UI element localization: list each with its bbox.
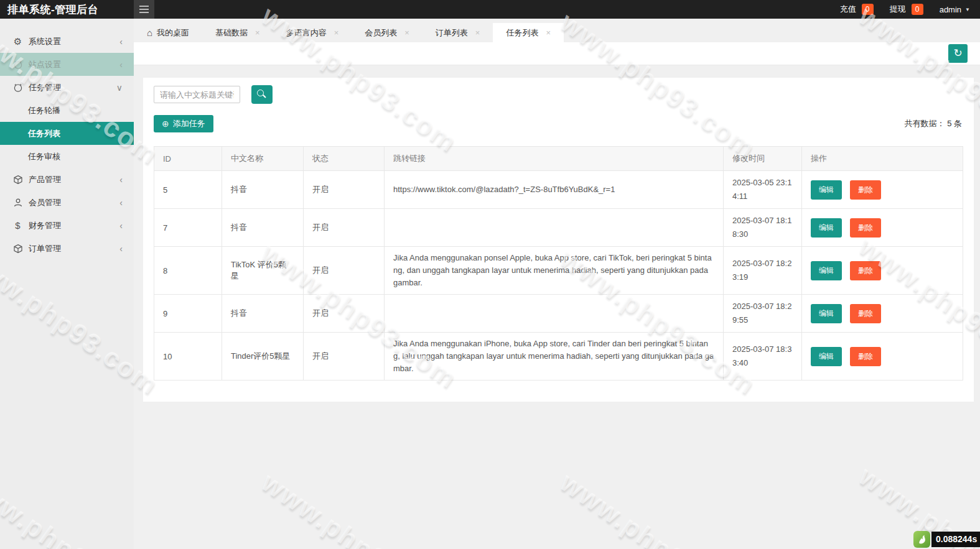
task-time-cell: 2025-03-07 18:23:19 xyxy=(724,247,802,295)
tab-multilanguage-content[interactable]: 多语言内容 × xyxy=(273,23,352,42)
delete-button[interactable]: 删除 xyxy=(850,218,881,238)
task-id-cell: 5 xyxy=(154,171,222,209)
task-status-cell: 开启 xyxy=(304,295,385,333)
column-header-id: ID xyxy=(154,147,222,171)
content-panel: ⊕ 添加任务 共有数据： 5 条 ID 中文名称 状态 跳转链接 修改时间 操作 xyxy=(143,78,974,402)
delete-button[interactable]: 删除 xyxy=(850,261,881,280)
user-menu[interactable]: admin ▼ xyxy=(940,5,970,14)
chevron-down-icon: ∨ xyxy=(116,83,123,93)
table-row: 9 抖音 开启 2025-03-07 18:29:55 编辑 删除 xyxy=(154,295,963,333)
task-time-cell: 2025-03-07 18:29:55 xyxy=(724,295,802,333)
tab-basic-data[interactable]: 基础数据 × xyxy=(202,23,273,42)
task-id-cell: 10 xyxy=(154,333,222,381)
task-icon xyxy=(12,82,23,93)
tab-order-list[interactable]: 订单列表 × xyxy=(422,23,493,42)
sidebar-item-task-list[interactable]: 任务列表 xyxy=(0,122,134,145)
recharge-menu[interactable]: 充值 0 xyxy=(840,4,874,15)
close-icon[interactable]: × xyxy=(334,28,339,37)
chevron-left-icon: ‹ xyxy=(119,37,123,47)
edit-button[interactable]: 编辑 xyxy=(811,180,842,200)
delete-button[interactable]: 删除 xyxy=(850,180,881,200)
username: admin xyxy=(940,5,961,14)
sidebar-item-task-carousel[interactable]: 任务轮播 xyxy=(0,99,134,122)
edit-button[interactable]: 编辑 xyxy=(811,347,842,366)
sidebar-item-finance-management[interactable]: $ 财务管理 ‹ xyxy=(0,214,134,237)
sidebar-item-task-management[interactable]: 任务管理 ∨ xyxy=(0,76,134,99)
column-header-time: 修改时间 xyxy=(724,147,802,171)
page-load-widget: 0.088244s xyxy=(913,531,980,548)
task-actions-cell: 编辑 删除 xyxy=(802,247,963,295)
home-icon: ⌂ xyxy=(147,27,152,38)
search-button[interactable] xyxy=(251,85,273,104)
task-name-cell: Tinder评价5颗星 xyxy=(222,333,304,381)
task-id-cell: 7 xyxy=(154,209,222,247)
table-row: 10 Tinder评价5颗星 开启 Jika Anda menggunakan … xyxy=(154,333,963,381)
sidebar-item-order-management[interactable]: 订单管理 ‹ xyxy=(0,237,134,260)
column-header-status: 状态 xyxy=(304,147,385,171)
withdraw-menu[interactable]: 提现 0 xyxy=(890,4,923,15)
sidebar-item-site-settings[interactable]: 站点设置 ‹ xyxy=(0,53,134,76)
sidebar-item-task-review[interactable]: 任务审核 xyxy=(0,145,134,168)
tab-task-list[interactable]: 任务列表 × xyxy=(493,23,564,42)
main-area: ⌂ 我的桌面 基础数据 × 多语言内容 × 会员列表 × 订单列表 × 任务列表… xyxy=(134,19,980,549)
site-icon xyxy=(12,59,23,70)
task-actions-cell: 编辑 删除 xyxy=(802,295,963,333)
chevron-left-icon: ‹ xyxy=(119,198,123,208)
refresh-button[interactable]: ↻ xyxy=(948,44,968,63)
table-row: 8 TikToK 评价5颗星 开启 Jika Anda menggunakan … xyxy=(154,247,963,295)
task-link-cell: https://www.tiktok.com/@lazadath?_t=ZS-8… xyxy=(385,171,724,209)
sidebar-item-member-management[interactable]: 会员管理 ‹ xyxy=(0,191,134,214)
close-icon[interactable]: × xyxy=(404,28,409,37)
caret-down-icon: ▼ xyxy=(965,7,970,12)
sidebar-item-product-management[interactable]: 产品管理 ‹ xyxy=(0,168,134,191)
cube-icon xyxy=(12,174,23,185)
add-row: ⊕ 添加任务 共有数据： 5 条 xyxy=(154,115,963,132)
column-header-name: 中文名称 xyxy=(222,147,304,171)
tab-member-list[interactable]: 会员列表 × xyxy=(352,23,422,42)
chevron-left-icon: ‹ xyxy=(119,175,123,185)
task-status-cell: 开启 xyxy=(304,247,385,295)
table-row: 5 抖音 开启 https://www.tiktok.com/@lazadath… xyxy=(154,171,963,209)
task-id-cell: 9 xyxy=(154,295,222,333)
tab-bar: ⌂ 我的桌面 基础数据 × 多语言内容 × 会员列表 × 订单列表 × 任务列表… xyxy=(134,19,980,42)
close-icon[interactable]: × xyxy=(475,28,480,37)
top-header: 排单系统-管理后台 充值 0 提现 0 admin ▼ xyxy=(0,0,980,19)
withdraw-count-badge: 0 xyxy=(912,4,923,15)
search-row xyxy=(154,85,963,104)
sidebar: ⚙ 系统设置 ‹ 站点设置 ‹ 任务管理 ∨ 任务轮播 任务列表 任务审核 产品… xyxy=(0,19,134,549)
task-status-cell: 开启 xyxy=(304,171,385,209)
cube-icon xyxy=(12,243,23,254)
edit-button[interactable]: 编辑 xyxy=(811,218,842,238)
sidebar-toggle-button[interactable] xyxy=(134,0,154,19)
gear-icon: ⚙ xyxy=(12,36,23,47)
delete-button[interactable]: 删除 xyxy=(850,304,881,323)
task-actions-cell: 编辑 删除 xyxy=(802,209,963,247)
tab-my-desktop[interactable]: ⌂ 我的桌面 xyxy=(134,23,202,42)
plus-circle-icon: ⊕ xyxy=(162,119,169,129)
app-title: 排单系统-管理后台 xyxy=(0,2,134,17)
tab-toolbar-strip: ↻ xyxy=(134,42,980,65)
close-icon[interactable]: × xyxy=(255,28,260,37)
recharge-label: 充值 xyxy=(840,4,856,15)
task-id-cell: 8 xyxy=(154,247,222,295)
sidebar-item-system-settings[interactable]: ⚙ 系统设置 ‹ xyxy=(0,30,134,53)
recharge-count-badge: 0 xyxy=(862,4,874,15)
column-header-actions: 操作 xyxy=(802,147,963,171)
chevron-left-icon: ‹ xyxy=(119,244,123,254)
edit-button[interactable]: 编辑 xyxy=(811,304,842,323)
task-name-cell: 抖音 xyxy=(222,171,304,209)
search-input[interactable] xyxy=(154,86,240,103)
chevron-left-icon: ‹ xyxy=(119,60,123,70)
close-icon[interactable]: × xyxy=(546,28,551,37)
edit-button[interactable]: 编辑 xyxy=(811,261,842,280)
table-row: 7 抖音 开启 2025-03-07 18:18:30 编辑 删除 xyxy=(154,209,963,247)
task-status-cell: 开启 xyxy=(304,333,385,381)
add-task-button[interactable]: ⊕ 添加任务 xyxy=(154,115,213,132)
person-icon xyxy=(12,197,23,208)
task-name-cell: TikToK 评价5颗星 xyxy=(222,247,304,295)
task-name-cell: 抖音 xyxy=(222,209,304,247)
delete-button[interactable]: 删除 xyxy=(850,347,881,366)
withdraw-label: 提现 xyxy=(890,4,906,15)
task-actions-cell: 编辑 删除 xyxy=(802,171,963,209)
column-header-link: 跳转链接 xyxy=(385,147,724,171)
